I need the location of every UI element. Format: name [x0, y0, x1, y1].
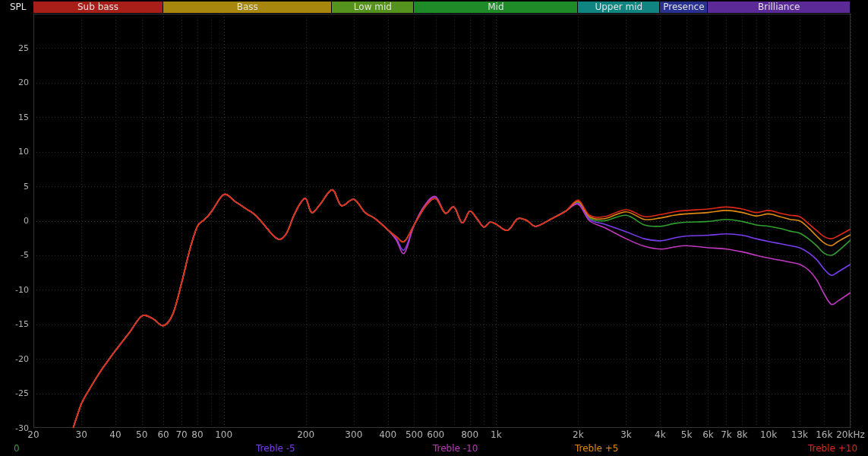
y-tick-label: -20: [0, 354, 29, 364]
band-mid: Mid: [414, 2, 577, 13]
y-tick-label: -10: [0, 285, 29, 295]
x-tick-label: 2k: [557, 429, 599, 440]
x-tick-label: 20kHz: [829, 429, 868, 440]
y-tick-label: 0: [0, 216, 29, 226]
x-tick-label: 200: [285, 429, 327, 440]
x-tick-label: 100: [203, 429, 245, 440]
legend-item-treble-5[interactable]: Treble +5: [575, 443, 618, 454]
legend-item-treble-10[interactable]: Treble +10: [808, 443, 857, 454]
frequency-response-chart: SPL Sub bassBassLow midMidUpper midPrese…: [0, 0, 868, 456]
legend-item-treble-5[interactable]: Treble -5: [256, 443, 295, 454]
band-bass: Bass: [163, 2, 331, 13]
band-presence: Presence: [660, 2, 707, 13]
x-tick-label: 20: [12, 429, 55, 440]
y-tick-label: -5: [0, 250, 29, 260]
legend-item-0[interactable]: 0: [14, 443, 20, 454]
y-tick-label: 15: [0, 112, 29, 122]
x-tick-label: 1k: [475, 429, 517, 440]
legend-item-treble-10[interactable]: Treble -10: [433, 443, 478, 454]
band-brilliance: Brilliance: [708, 2, 850, 13]
y-tick-label: 5: [0, 182, 29, 192]
y-tick-label: 25: [0, 43, 29, 53]
y-axis-title: SPL: [10, 2, 27, 12]
band-sub-bass: Sub bass: [33, 2, 163, 13]
plot-area[interactable]: [0, 0, 868, 456]
y-tick-label: 10: [0, 147, 29, 157]
y-tick-label: 20: [0, 78, 29, 87]
y-tick-label: -25: [0, 388, 29, 398]
y-tick-label: -15: [0, 319, 29, 329]
band-low-mid: Low mid: [332, 2, 413, 13]
band-upper-mid: Upper mid: [578, 2, 659, 13]
